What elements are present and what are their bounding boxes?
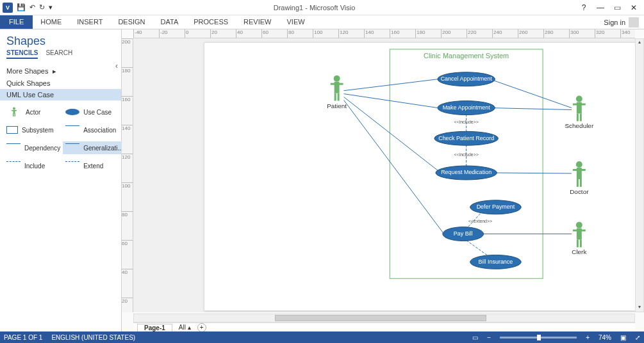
- actor-clerk[interactable]: Clerk: [572, 222, 586, 256]
- svg-point-0: [13, 108, 15, 110]
- drawing-canvas[interactable]: Clinic Management System <<include>> <<i…: [133, 38, 635, 312]
- shape-extend[interactable]: Extend: [63, 159, 126, 172]
- shape-association[interactable]: Association: [63, 124, 126, 136]
- vertical-ruler: 20018016014012010080604020: [122, 38, 133, 312]
- status-page: PAGE 1 OF 1: [4, 334, 42, 341]
- svg-point-40: [576, 222, 582, 228]
- system-title: Clinic Management System: [424, 52, 509, 60]
- app-icon[interactable]: V: [3, 3, 13, 13]
- svg-point-28: [576, 96, 582, 102]
- usecase-make[interactable]: Make Appointment: [438, 101, 495, 115]
- minimize-icon[interactable]: —: [595, 3, 606, 12]
- tab-data[interactable]: DATA: [153, 15, 186, 29]
- zoom-in-icon[interactable]: +: [586, 334, 590, 341]
- shape-actor[interactable]: Actor: [4, 106, 63, 118]
- sign-in-label: Sign in: [604, 19, 625, 26]
- fit-page-icon[interactable]: ▣: [620, 334, 626, 341]
- assoc-patient-make[interactable]: [344, 94, 438, 108]
- shape-use-case[interactable]: Use Case: [63, 106, 126, 118]
- status-language[interactable]: ENGLISH (UNITED STATES): [51, 334, 135, 341]
- stencil-quick-shapes[interactable]: Quick Shapes: [0, 77, 121, 89]
- dashed-line-icon: [65, 161, 79, 170]
- help-icon[interactable]: ?: [579, 3, 589, 12]
- redo-icon[interactable]: ↻: [39, 3, 45, 12]
- tab-design[interactable]: DESIGN: [110, 15, 153, 29]
- svg-rect-2: [12, 110, 17, 111]
- assoc-patient-request[interactable]: [344, 97, 441, 173]
- usecase-pay[interactable]: Pay Bill: [443, 227, 484, 241]
- usecase-defer[interactable]: Defer Payment: [470, 200, 522, 214]
- tab-view[interactable]: VIEW: [279, 15, 312, 29]
- save-icon[interactable]: 💾: [17, 3, 26, 12]
- svg-text:<<include>>: <<include>>: [454, 120, 479, 124]
- ellipse-icon: [65, 109, 79, 115]
- stencil-more-shapes[interactable]: More Shapes ▸: [0, 65, 121, 77]
- actor-patient[interactable]: Patient: [327, 76, 347, 109]
- shape-include[interactable]: Include: [4, 159, 63, 172]
- page-tab-1[interactable]: Page-1: [137, 324, 172, 331]
- undo-icon[interactable]: ↶: [29, 3, 35, 12]
- tab-file[interactable]: FILE: [0, 15, 33, 29]
- presentation-mode-icon[interactable]: ▭: [472, 334, 478, 341]
- scroll-down-icon[interactable]: ▾: [636, 304, 643, 312]
- restore-icon[interactable]: ▭: [612, 3, 622, 12]
- svg-rect-32: [580, 113, 582, 121]
- shape-dependency[interactable]: Dependency: [4, 141, 63, 154]
- horizontal-scrollbar[interactable]: [133, 314, 635, 323]
- assoc-scheduler-make[interactable]: [490, 108, 571, 110]
- stencil-uml-use-case[interactable]: UML Use Case: [0, 89, 121, 100]
- svg-rect-37: [577, 179, 579, 187]
- close-icon[interactable]: ✕: [629, 3, 639, 12]
- status-bar: PAGE 1 OF 1 ENGLISH (UNITED STATES) ▭ − …: [0, 331, 644, 343]
- svg-text:Cancel Appointment: Cancel Appointment: [441, 76, 493, 82]
- zoom-out-icon[interactable]: −: [487, 334, 491, 341]
- svg-rect-26: [338, 93, 340, 101]
- use-case-diagram: Clinic Management System <<include>> <<i…: [204, 43, 635, 310]
- sign-in-button[interactable]: Sign in: [599, 15, 644, 29]
- assoc-doctor-request[interactable]: [496, 173, 571, 173]
- page-tab-all[interactable]: All ▴: [179, 324, 191, 331]
- svg-rect-43: [577, 240, 579, 248]
- zoom-level[interactable]: 74%: [599, 334, 611, 341]
- full-screen-icon[interactable]: ⤢: [635, 334, 640, 341]
- assoc-patient-pay[interactable]: [344, 100, 444, 234]
- avatar-icon: [629, 17, 639, 28]
- document-title: Drawing1 - Microsoft Visio: [55, 4, 574, 12]
- assoc-scheduler-cancel[interactable]: [490, 79, 571, 108]
- usecase-check[interactable]: Check Patient Record: [434, 131, 499, 145]
- zoom-slider-knob[interactable]: [537, 335, 541, 340]
- line-icon: [65, 125, 79, 134]
- zoom-slider[interactable]: [500, 337, 577, 339]
- scrollbar-thumb[interactable]: [275, 315, 486, 321]
- svg-rect-3: [13, 113, 14, 116]
- tab-home[interactable]: HOME: [33, 15, 69, 29]
- vertical-scrollbar[interactable]: ▴ ▾: [635, 38, 644, 312]
- scroll-up-icon[interactable]: ▴: [636, 39, 643, 47]
- shapes-tab-search[interactable]: SEARCH: [45, 49, 72, 59]
- usecase-cancel[interactable]: Cancel Appointment: [438, 72, 495, 86]
- svg-text:Bill Insurance: Bill Insurance: [479, 259, 513, 265]
- svg-rect-24: [331, 83, 343, 85]
- gen-pay-bill[interactable]: [466, 241, 489, 257]
- ribbon-tabs: FILE HOME INSERT DESIGN DATA PROCESS REV…: [0, 15, 644, 29]
- usecase-request[interactable]: Request Medication: [436, 166, 497, 180]
- shape-subsystem[interactable]: Subsystem: [4, 124, 63, 136]
- drawing-page[interactable]: Clinic Management System <<include>> <<i…: [204, 42, 635, 311]
- actor-scheduler[interactable]: Scheduler: [565, 96, 593, 130]
- usecase-bill[interactable]: Bill Insurance: [470, 255, 522, 269]
- page-tabs: Page-1 All ▴ +: [133, 323, 635, 331]
- add-page-button[interactable]: +: [197, 323, 206, 332]
- tab-insert[interactable]: INSERT: [69, 15, 110, 29]
- assoc-patient-cancel[interactable]: [344, 79, 438, 91]
- tab-review[interactable]: REVIEW: [236, 15, 279, 29]
- pane-collapse-icon[interactable]: ‹: [115, 61, 118, 70]
- line-icon: [65, 143, 79, 152]
- tab-process[interactable]: PROCESS: [186, 15, 236, 29]
- shapes-tab-stencils[interactable]: STENCILS: [6, 49, 38, 59]
- actor-doctor[interactable]: Doctor: [570, 161, 589, 195]
- qat-customize-icon[interactable]: ▾: [49, 3, 53, 12]
- svg-text:Clerk: Clerk: [572, 248, 586, 255]
- shape-generalization[interactable]: Generalizati...: [63, 141, 126, 154]
- svg-rect-30: [573, 104, 586, 106]
- svg-point-34: [576, 161, 582, 168]
